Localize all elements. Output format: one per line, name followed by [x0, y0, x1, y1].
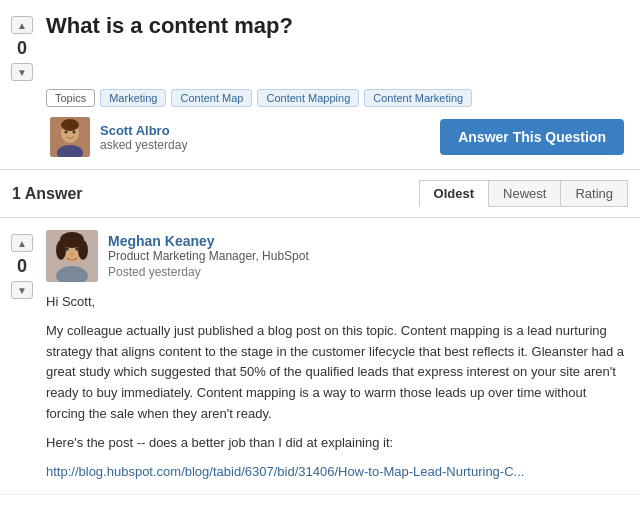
answer-author-title: Product Marketing Manager, HubSpot [108, 249, 309, 263]
answer-body-main: My colleague actually just published a b… [46, 321, 628, 425]
answer-link[interactable]: http://blog.hubspot.com/blog/tabid/6307/… [46, 464, 524, 479]
svg-point-12 [65, 247, 69, 251]
tag-topics[interactable]: Topics [46, 89, 95, 107]
answer-author-row: Meghan Keaney Product Marketing Manager,… [46, 230, 628, 282]
question-author-details: Scott Albro asked yesterday [100, 123, 187, 152]
question-asked-time: asked yesterday [100, 138, 187, 152]
question-author-info: Scott Albro asked yesterday [50, 117, 187, 157]
answers-header: 1 Answer Oldest Newest Rating [0, 170, 640, 218]
sort-tabs: Oldest Newest Rating [419, 180, 628, 207]
svg-point-13 [75, 247, 79, 251]
svg-point-2 [61, 119, 79, 131]
sort-tab-oldest[interactable]: Oldest [419, 180, 488, 207]
answer-main: ▲ 0 ▼ [8, 230, 628, 482]
sort-tab-rating[interactable]: Rating [560, 180, 628, 207]
question-author-avatar [50, 117, 90, 157]
answer-author-name[interactable]: Meghan Keaney [108, 233, 309, 249]
answer-author-details: Meghan Keaney Product Marketing Manager,… [108, 233, 309, 279]
answer-vote-box: ▲ 0 ▼ [8, 230, 36, 482]
question-vote-box: ▲ 0 ▼ [8, 12, 36, 81]
answer-author-avatar [46, 230, 98, 282]
question-upvote[interactable]: ▲ [11, 16, 33, 34]
svg-point-10 [78, 240, 88, 260]
tag-content-mapping[interactable]: Content Mapping [257, 89, 359, 107]
question-title: What is a content map? [46, 12, 628, 41]
tag-marketing[interactable]: Marketing [100, 89, 166, 107]
tags-row: Topics Marketing Content Map Content Map… [46, 89, 628, 107]
question-vote-count: 0 [17, 38, 27, 59]
question-downvote[interactable]: ▼ [11, 63, 33, 81]
question-section: ▲ 0 ▼ What is a content map? Topics Mark… [0, 0, 640, 170]
question-author-row: Scott Albro asked yesterday Answer This … [8, 117, 628, 157]
answer-this-question-button[interactable]: Answer This Question [440, 119, 624, 155]
tag-content-map[interactable]: Content Map [171, 89, 252, 107]
answer-body-greeting: Hi Scott, [46, 292, 628, 313]
question-author-name[interactable]: Scott Albro [100, 123, 187, 138]
sort-tab-newest[interactable]: Newest [488, 180, 560, 207]
answer-right: Meghan Keaney Product Marketing Manager,… [46, 230, 628, 482]
answers-count: 1 Answer [12, 185, 407, 203]
tag-content-marketing[interactable]: Content Marketing [364, 89, 472, 107]
svg-point-4 [65, 131, 68, 134]
answer-body: Hi Scott, My colleague actually just pub… [46, 292, 628, 482]
answer-upvote[interactable]: ▲ [11, 234, 33, 252]
answer-item: ▲ 0 ▼ [0, 218, 640, 495]
answer-vote-count: 0 [17, 256, 27, 277]
svg-point-9 [56, 240, 66, 260]
svg-point-5 [73, 131, 76, 134]
svg-point-14 [71, 253, 74, 255]
answer-body-cta: Here's the post -- does a better job tha… [46, 433, 628, 454]
answer-posted-time: Posted yesterday [108, 265, 309, 279]
answer-downvote[interactable]: ▼ [11, 281, 33, 299]
